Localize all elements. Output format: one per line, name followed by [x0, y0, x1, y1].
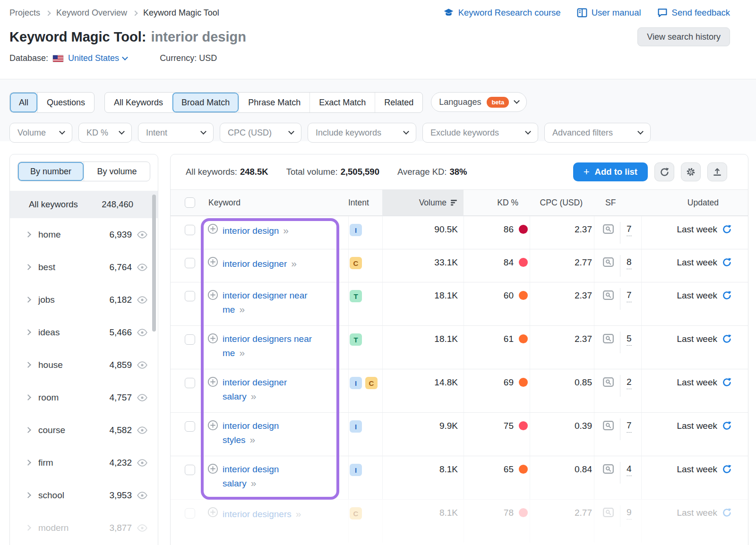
add-keyword-icon[interactable]: [207, 376, 218, 390]
languages-dropdown[interactable]: Languages beta: [431, 92, 527, 112]
refresh-metrics-icon[interactable]: [722, 224, 732, 234]
eye-icon[interactable]: [137, 296, 147, 304]
refresh-metrics-icon[interactable]: [722, 377, 732, 387]
sidebar-group-home[interactable]: home 6,939: [10, 218, 158, 251]
select-all-checkbox[interactable]: [185, 197, 195, 208]
view-search-history-button[interactable]: View search history: [637, 27, 730, 46]
exclude-keywords-dropdown[interactable]: Exclude keywords: [422, 123, 538, 143]
sidebar-group-modern[interactable]: modern 3,877: [10, 511, 158, 544]
eye-icon[interactable]: [137, 492, 147, 499]
serp-features-icon[interactable]: [603, 377, 614, 387]
column-header-intent[interactable]: Intent: [348, 190, 382, 215]
keyword-link[interactable]: interior designer: [223, 259, 287, 269]
add-keyword-icon[interactable]: [207, 463, 218, 477]
expand-keyword-icon[interactable]: »: [239, 304, 245, 315]
column-header-volume[interactable]: Volume: [382, 190, 464, 215]
tab-all-keywords[interactable]: All Keywords: [105, 93, 172, 112]
sf-count[interactable]: 8: [627, 257, 632, 269]
toggle-by-number[interactable]: By number: [18, 162, 84, 181]
chevron-right-icon[interactable]: [25, 525, 31, 531]
settings-button[interactable]: [681, 162, 701, 181]
eye-icon[interactable]: [137, 524, 147, 532]
export-button[interactable]: [707, 162, 727, 181]
add-keyword-icon[interactable]: [207, 290, 218, 303]
refresh-metrics-icon[interactable]: [722, 257, 732, 267]
sidebar-group-ideas[interactable]: ideas 5,466: [10, 316, 158, 349]
serp-features-icon[interactable]: [603, 334, 614, 343]
eye-icon[interactable]: [137, 361, 147, 369]
add-keyword-icon[interactable]: [207, 507, 218, 520]
chevron-right-icon[interactable]: [25, 492, 31, 498]
row-checkbox[interactable]: [185, 508, 195, 519]
row-checkbox[interactable]: [185, 378, 195, 388]
sf-count[interactable]: 7: [627, 420, 632, 433]
eye-icon[interactable]: [137, 459, 147, 467]
sidebar-group-school[interactable]: school 3,953: [10, 479, 158, 511]
eye-icon[interactable]: [137, 231, 147, 238]
column-header-keyword[interactable]: Keyword: [195, 190, 348, 215]
expand-keyword-icon[interactable]: »: [251, 391, 257, 401]
tab-related[interactable]: Related: [375, 93, 422, 112]
sf-count[interactable]: 7: [627, 290, 632, 302]
sf-count[interactable]: 7: [627, 224, 632, 236]
breadcrumb-keyword-overview[interactable]: Keyword Overview: [56, 8, 127, 18]
expand-keyword-icon[interactable]: »: [283, 225, 289, 236]
expand-keyword-icon[interactable]: »: [239, 347, 245, 358]
refresh-metrics-icon[interactable]: [722, 334, 732, 344]
user-manual-link[interactable]: User manual: [577, 8, 641, 18]
expand-keyword-icon[interactable]: »: [291, 258, 297, 269]
eye-icon[interactable]: [137, 426, 147, 434]
database-selector[interactable]: United States: [68, 53, 127, 63]
sidebar-group-jobs[interactable]: jobs 6,182: [10, 283, 158, 316]
serp-features-icon[interactable]: [603, 508, 614, 517]
sidebar-scrollbar[interactable]: [152, 195, 156, 332]
sidebar-group-firm[interactable]: firm 4,232: [10, 446, 158, 479]
refresh-button[interactable]: [654, 162, 674, 181]
row-checkbox[interactable]: [185, 225, 195, 235]
sidebar-group-best[interactable]: best 6,764: [10, 251, 158, 283]
row-checkbox[interactable]: [185, 258, 195, 268]
sf-count[interactable]: 2: [627, 377, 632, 389]
refresh-metrics-icon[interactable]: [722, 464, 732, 474]
serp-features-icon[interactable]: [603, 257, 614, 267]
sidebar-group-room[interactable]: room 4,757: [10, 381, 158, 414]
chevron-right-icon[interactable]: [25, 264, 31, 270]
sf-count[interactable]: 4: [627, 464, 632, 476]
chevron-right-icon[interactable]: [25, 460, 31, 466]
keyword-research-course-link[interactable]: Keyword Research course: [443, 8, 561, 18]
expand-keyword-icon[interactable]: »: [296, 508, 301, 519]
add-keyword-icon[interactable]: [207, 420, 218, 433]
keyword-link[interactable]: interior design: [223, 226, 279, 236]
intent-filter-dropdown[interactable]: Intent: [138, 123, 214, 143]
tab-phrase-match[interactable]: Phrase Match: [239, 93, 309, 112]
tab-exact-match[interactable]: Exact Match: [309, 93, 375, 112]
serp-features-icon[interactable]: [603, 421, 614, 430]
refresh-metrics-icon[interactable]: [722, 508, 732, 518]
chevron-right-icon[interactable]: [25, 231, 31, 238]
volume-filter-dropdown[interactable]: Volume: [9, 123, 72, 143]
eye-icon[interactable]: [137, 394, 147, 401]
chevron-right-icon[interactable]: [25, 362, 31, 368]
refresh-metrics-icon[interactable]: [722, 290, 732, 300]
eye-icon[interactable]: [137, 264, 147, 271]
tab-broad-match[interactable]: Broad Match: [172, 93, 239, 112]
chevron-right-icon[interactable]: [25, 297, 31, 303]
sf-count[interactable]: 5: [627, 333, 632, 346]
column-header-updated[interactable]: Updated: [641, 190, 748, 215]
eye-icon[interactable]: [137, 329, 147, 336]
row-checkbox[interactable]: [185, 334, 195, 345]
include-keywords-dropdown[interactable]: Include keywords: [308, 123, 416, 143]
send-feedback-link[interactable]: Send feedback: [657, 8, 730, 18]
tab-questions[interactable]: Questions: [37, 93, 94, 112]
keyword-link[interactable]: interior designers near me: [223, 334, 312, 358]
kd-filter-dropdown[interactable]: KD %: [78, 123, 132, 143]
column-header-kd[interactable]: KD %: [464, 190, 530, 215]
chevron-right-icon[interactable]: [25, 394, 31, 400]
add-keyword-icon[interactable]: [207, 333, 218, 346]
keyword-link[interactable]: interior designer near me: [223, 290, 308, 315]
toggle-by-volume[interactable]: By volume: [84, 162, 150, 181]
sidebar-group-house[interactable]: house 4,859: [10, 349, 158, 381]
row-checkbox[interactable]: [185, 465, 195, 475]
add-keyword-icon[interactable]: [207, 256, 218, 270]
expand-keyword-icon[interactable]: »: [250, 434, 256, 445]
